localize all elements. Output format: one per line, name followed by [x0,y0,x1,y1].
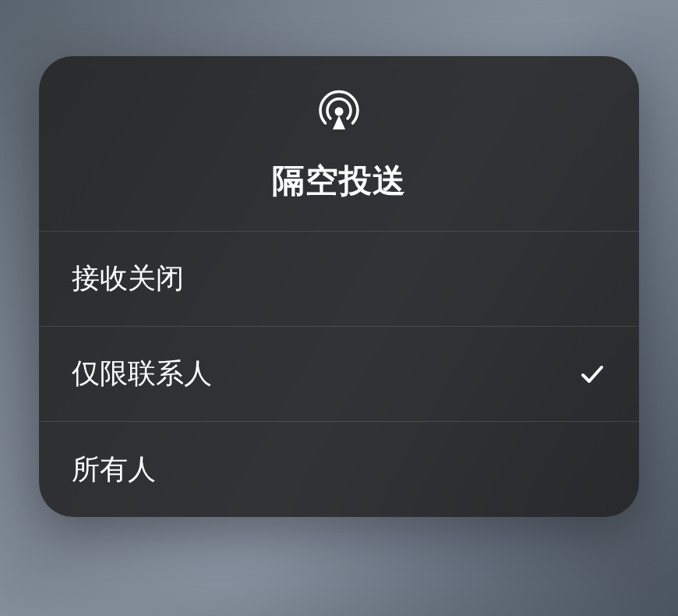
svg-point-0 [335,108,344,116]
option-label: 接收关闭 [72,260,184,298]
airdrop-icon [315,86,363,137]
airdrop-settings-modal: 隔空投送 接收关闭 仅限联系人 所有人 [39,56,639,517]
modal-title: 隔空投送 [272,159,406,203]
option-contacts-only[interactable]: 仅限联系人 [39,327,639,422]
option-label: 所有人 [72,451,156,489]
option-receiving-off[interactable]: 接收关闭 [39,232,639,327]
modal-header: 隔空投送 [39,56,639,232]
checkmark-icon [578,360,606,388]
option-everyone[interactable]: 所有人 [39,422,639,517]
option-label: 仅限联系人 [72,355,212,393]
